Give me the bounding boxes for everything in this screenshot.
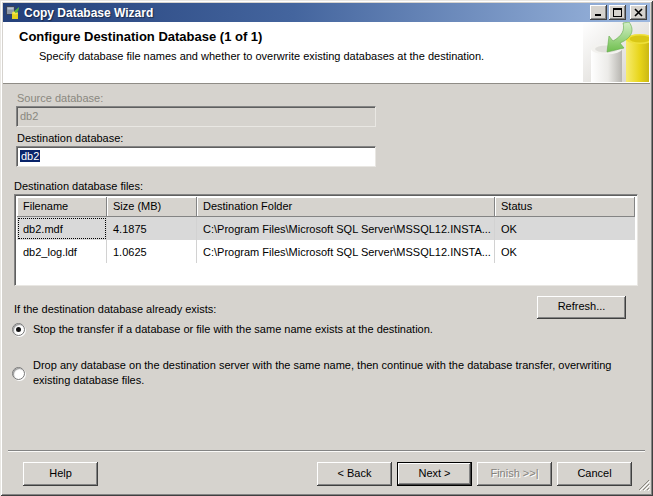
wizard-banner: Configure Destination Database (1 of 1) … — [3, 22, 650, 84]
minimize-button[interactable] — [590, 5, 607, 20]
finish-button: Finish >>| — [477, 462, 552, 486]
table-header-row: Filename Size (MB) Destination Folder St… — [17, 197, 635, 217]
cell-size: 4.1875 — [107, 217, 197, 240]
source-database-value: db2 — [20, 110, 38, 122]
cancel-button[interactable]: Cancel — [557, 462, 632, 486]
cell-destination-folder: C:\Program Files\Microsoft SQL Server\MS… — [197, 217, 495, 240]
close-icon — [634, 8, 643, 17]
cell-filename: db2.mdf — [17, 217, 107, 240]
source-database-field: db2 — [16, 106, 376, 127]
close-button[interactable] — [630, 5, 647, 20]
maximize-icon — [613, 8, 622, 17]
cell-destination-folder: C:\Program Files\Microsoft SQL Server\MS… — [197, 240, 495, 263]
footer-divider — [8, 450, 645, 452]
copy-database-wizard-window: Copy Database Wizard Configure Destinati… — [0, 0, 653, 496]
page-subtitle: Specify database file names and whether … — [39, 50, 484, 62]
column-header-destination-folder[interactable]: Destination Folder — [197, 197, 495, 217]
source-database-label: Source database: — [17, 92, 103, 104]
maximize-button[interactable] — [609, 5, 626, 20]
radio-drop-database-label: Drop any database on the destination ser… — [33, 358, 621, 388]
column-header-status[interactable]: Status — [495, 197, 635, 217]
destination-database-input[interactable]: db2 — [16, 146, 376, 167]
exists-label: If the destination database already exis… — [14, 303, 216, 315]
titlebar[interactable]: Copy Database Wizard — [3, 3, 650, 22]
table-row[interactable]: db2.mdf 4.1875 C:\Program Files\Microsof… — [17, 217, 635, 240]
minimize-icon — [594, 8, 603, 17]
radio-button-icon — [12, 323, 25, 336]
destination-files-table: Filename Size (MB) Destination Folder St… — [14, 194, 638, 286]
destination-database-label: Destination database: — [17, 132, 123, 144]
table-row[interactable]: db2_log.ldf 1.0625 C:\Program Files\Micr… — [17, 240, 635, 263]
column-header-size[interactable]: Size (MB) — [107, 197, 197, 217]
radio-stop-transfer-label: Stop the transfer if a database or file … — [33, 322, 433, 337]
radio-stop-transfer[interactable]: Stop the transfer if a database or file … — [12, 322, 627, 337]
database-copy-illustration — [583, 22, 649, 84]
column-header-filename[interactable]: Filename — [17, 197, 107, 217]
destination-files-label: Destination database files: — [14, 180, 143, 192]
cell-status: OK — [495, 240, 517, 263]
cell-filename: db2_log.ldf — [17, 240, 107, 263]
back-button[interactable]: < Back — [317, 462, 392, 486]
destination-database-value: db2 — [20, 150, 40, 162]
cell-status: OK — [495, 217, 517, 240]
app-icon — [6, 6, 20, 20]
page-title: Configure Destination Database (1 of 1) — [19, 29, 262, 44]
radio-drop-database[interactable]: Drop any database on the destination ser… — [12, 358, 627, 388]
cell-size: 1.0625 — [107, 240, 197, 263]
help-button[interactable]: Help — [23, 462, 98, 486]
next-button[interactable]: Next > — [397, 462, 472, 486]
resize-grip[interactable] — [638, 479, 650, 493]
window-title: Copy Database Wizard — [24, 6, 588, 20]
refresh-button[interactable]: Refresh... — [537, 296, 626, 319]
radio-button-icon — [12, 367, 25, 380]
